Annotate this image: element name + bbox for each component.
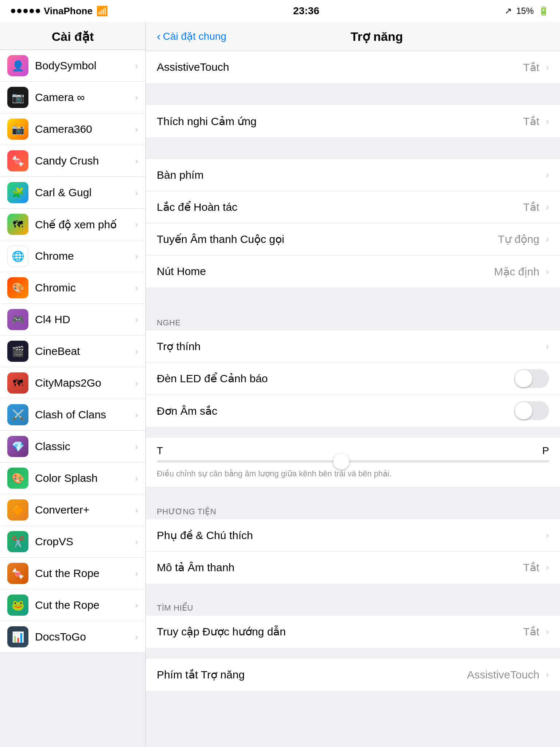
app-item-cuttherope2[interactable]: 🐸 Cut the Rope › (0, 589, 145, 621)
settings-cell-4-0[interactable]: Phụ đề & Chú thích › (146, 519, 560, 551)
toggle-2-2[interactable] (514, 401, 549, 420)
settings-cell-2-2[interactable]: Đơn Âm sắc (146, 395, 560, 427)
cell-label-0-0: Thích nghi Cảm ứng (157, 115, 523, 128)
top-group: AssistiveTouch Tắt › (146, 51, 560, 83)
balance-right-label: P (542, 445, 549, 457)
chevron-icon: › (135, 473, 138, 484)
section-header-4: PHƯƠNG TIỆN (146, 498, 560, 519)
signal-dots (11, 9, 40, 13)
section-header-2: NGHE (146, 309, 560, 330)
cell-value-1-3: Mặc định (494, 265, 539, 278)
cell-label-2-0: Trợ thính (157, 340, 543, 353)
app-item-camera[interactable]: 📷 Camera ∞ › (0, 82, 145, 113)
app-item-chrome[interactable]: 🌐 Chrome › (0, 240, 145, 272)
app-name-cuttherope1: Cut the Rope (35, 567, 100, 580)
app-name-citymaps: CityMaps2Go (35, 377, 101, 389)
app-name-camera360: Camera360 (35, 123, 92, 135)
cell-label-4-1: Mô tả Âm thanh (157, 561, 523, 574)
app-item-camera360[interactable]: 📸 Camera360 › (0, 113, 145, 145)
cell-value-6-0: AssistiveTouch (467, 669, 539, 681)
balance-thumb[interactable] (333, 453, 349, 469)
app-item-colorsplash[interactable]: 🎨 Color Splash › (0, 462, 145, 494)
settings-cell-4-1[interactable]: Mô tả Âm thanh Tắt› (146, 551, 560, 584)
app-name-carlgugl: Carl & Gugl (35, 186, 92, 199)
back-button[interactable]: ‹ Cài đặt chung (157, 30, 226, 43)
app-icon-colorsplash: 🎨 (7, 468, 28, 489)
app-item-cuttherope1[interactable]: 🍬 Cut the Rope › (0, 558, 145, 589)
balance-labels: T P (157, 445, 549, 457)
settings-group-1: Bàn phím › Lắc để Hoàn tác Tắt› Tuyến Âm… (146, 159, 560, 287)
app-icon-cropvs: ✂️ (7, 531, 28, 552)
left-panel-title: Cài đặt (7, 29, 138, 44)
app-icon-bodysymbol: 👤 (7, 55, 28, 76)
settings-group-0: Thích nghi Cảm ứng Tắt› (146, 105, 560, 137)
app-item-clashofclans[interactable]: ⚔️ Clash of Clans › (0, 399, 145, 431)
app-item-classic[interactable]: 💎 Classic › (0, 431, 145, 462)
settings-cell-1-0[interactable]: Bàn phím › (146, 159, 560, 191)
status-time: 23:36 (293, 5, 319, 17)
app-icon-camera360: 📸 (7, 119, 28, 140)
app-name-camera: Camera ∞ (35, 91, 85, 104)
app-item-chedo[interactable]: 🗺 Chế độ xem phố › (0, 209, 145, 240)
app-name-cropvs: CropVS (35, 535, 73, 548)
cell-label-2-1: Đèn LED để Cảnh báo (157, 372, 514, 385)
section-header-5: TÌM HIỂU (146, 595, 560, 616)
app-item-cropvs[interactable]: ✂️ CropVS › (0, 526, 145, 558)
app-item-docstogo[interactable]: 📊 DocsToGo › (0, 621, 145, 653)
app-item-carlgugl[interactable]: 🧩 Carl & Gugl › (0, 177, 145, 209)
app-icon-chromic: 🎨 (7, 277, 28, 298)
app-name-converter: Converter+ (35, 504, 89, 516)
battery-label: 15% (516, 6, 534, 16)
cell-label-5-0: Truy cập Được hướng dẫn (157, 625, 523, 638)
settings-cell-1-1[interactable]: Lắc để Hoàn tác Tắt› (146, 191, 560, 223)
app-item-bodysymbol[interactable]: 👤 BodySymbol › (0, 50, 145, 82)
cell-value-0-0: Tắt (523, 115, 540, 128)
app-name-cl4hd: Cl4 HD (35, 313, 70, 326)
app-item-cl4hd[interactable]: 🎮 Cl4 HD › (0, 304, 145, 336)
app-name-cinebeat: CineBeat (35, 345, 80, 357)
chevron-icon: › (546, 62, 549, 73)
right-header: ‹ Cài đặt chung Trợ năng (146, 22, 560, 51)
settings-cell-1-2[interactable]: Tuyến Âm thanh Cuộc gọi Tự động› (146, 223, 560, 255)
settings-cell-5-0[interactable]: Truy cập Được hướng dẫn Tắt› (146, 616, 560, 648)
settings-cell-2-0[interactable]: Trợ thính › (146, 330, 560, 363)
chevron-icon: › (546, 669, 549, 680)
chevron-icon: › (135, 378, 138, 389)
app-item-cinebeat[interactable]: 🎬 CineBeat › (0, 336, 145, 367)
settings-cell-assistivetouch[interactable]: AssistiveTouch Tắt › (146, 51, 560, 83)
app-icon-candycrush: 🍬 (7, 150, 28, 171)
chevron-icon: › (135, 441, 138, 452)
chevron-icon: › (546, 341, 549, 352)
location-icon: ↗ (505, 6, 512, 16)
app-item-chromic[interactable]: 🎨 Chromic › (0, 272, 145, 304)
toggle-2-1[interactable] (514, 369, 549, 388)
back-label[interactable]: Cài đặt chung (163, 30, 226, 42)
cell-value-1-2: Tự động (498, 233, 540, 245)
chevron-icon: › (135, 124, 138, 135)
cell-value-4-1: Tắt (523, 561, 540, 574)
settings-cell-2-1[interactable]: Đèn LED để Cảnh báo (146, 363, 560, 395)
app-item-candycrush[interactable]: 🍬 Candy Crush › (0, 145, 145, 177)
battery-icon: 🔋 (538, 6, 549, 16)
app-item-converter[interactable]: 🔶 Converter+ › (0, 494, 145, 526)
chevron-icon: › (546, 116, 549, 127)
chevron-icon: › (135, 504, 138, 516)
cell-label-1-2: Tuyến Âm thanh Cuộc gọi (157, 233, 498, 245)
app-item-citymaps[interactable]: 🗺 CityMaps2Go › (0, 367, 145, 399)
balance-track[interactable] (157, 460, 549, 462)
cell-label-1-3: Nút Home (157, 265, 494, 278)
chevron-icon: › (135, 568, 138, 579)
settings-cell-0-0[interactable]: Thích nghi Cảm ứng Tắt› (146, 105, 560, 137)
cell-value-1-1: Tắt (523, 201, 540, 213)
cell-value-assistivetouch: Tắt (523, 61, 540, 74)
cell-label-1-1: Lắc để Hoàn tác (157, 201, 523, 213)
balance-description: Điều chỉnh sự cân bằng âm lượng giữa kên… (157, 468, 549, 480)
settings-cell-6-0[interactable]: Phím tắt Trợ năng AssistiveTouch› (146, 659, 560, 691)
chevron-icon: › (546, 201, 549, 213)
app-icon-cuttherope1: 🍬 (7, 563, 28, 584)
app-icon-clashofclans: ⚔️ (7, 404, 28, 425)
balance-left-label: T (157, 445, 163, 457)
settings-cell-1-3[interactable]: Nút Home Mặc định› (146, 255, 560, 287)
cell-label-6-0: Phím tắt Trợ năng (157, 668, 467, 681)
chevron-icon: › (135, 155, 138, 167)
